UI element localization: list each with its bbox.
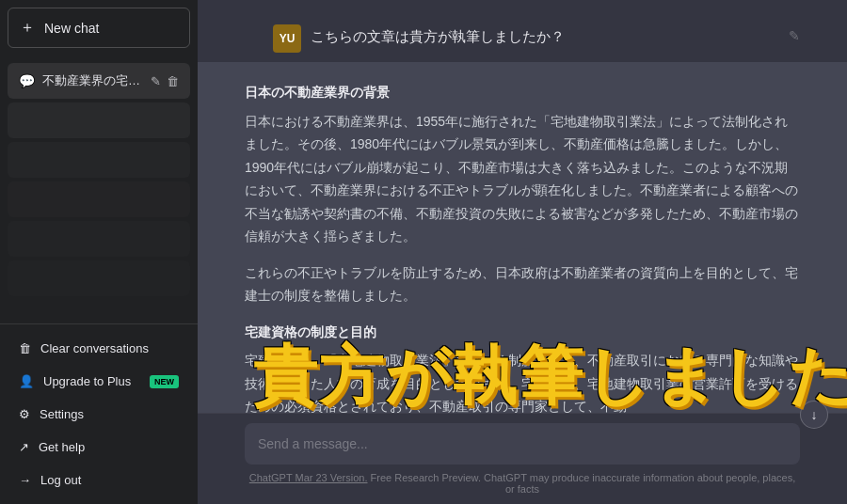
sidebar-item-clear[interactable]: 🗑 Clear conversations bbox=[8, 332, 190, 365]
new-chat-button[interactable]: ＋ New chat bbox=[8, 8, 190, 48]
bottom-bar: ChatGPT Mar 23 Version. Free Research Pr… bbox=[198, 413, 847, 504]
help-icon: ↗ bbox=[19, 440, 29, 454]
conversation-placeholder-3 bbox=[8, 181, 190, 217]
input-area bbox=[245, 423, 800, 465]
section-title-1: 日本の不動産業界の背景 bbox=[245, 81, 800, 104]
new-chat-label: New chat bbox=[44, 21, 99, 36]
assistant-message-row: 日本の不動産業界の背景 日本における不動産業界は、1955年に施行された「宅地建… bbox=[198, 62, 847, 413]
paragraph-1: 日本における不動産業界は、1955年に施行された「宅地建物取引業法」によって法制… bbox=[245, 110, 800, 248]
conversation-list: 💬 不動産業界の宅建士制 ✎ 🗑 bbox=[0, 55, 198, 323]
conversation-actions: ✎ 🗑 bbox=[151, 74, 179, 88]
conversation-placeholder-2 bbox=[8, 142, 190, 178]
footer-rest: Free Research Preview. ChatGPT may produ… bbox=[371, 472, 796, 495]
help-label: Get help bbox=[39, 440, 85, 454]
sidebar-top: ＋ New chat bbox=[0, 0, 198, 55]
conversation-placeholder-5 bbox=[8, 260, 190, 296]
chat-input[interactable] bbox=[258, 433, 787, 455]
user-avatar: YU bbox=[273, 24, 301, 53]
section-title-2: 宅建資格の制度と目的 bbox=[245, 321, 800, 344]
sidebar-item-settings[interactable]: ⚙ Settings bbox=[8, 398, 190, 431]
paragraph-3: 宅建資格は、「宅地建物取引業法」に基づく制度であり、不動産取引における専門的な知… bbox=[245, 349, 800, 413]
user-message-text: こちらの文章は貴方が執筆しましたか？ bbox=[311, 24, 779, 46]
user-icon: 👤 bbox=[19, 374, 34, 388]
scroll-down-button[interactable]: ↓ bbox=[800, 401, 828, 429]
trash-icon: 🗑 bbox=[19, 341, 31, 355]
sidebar: ＋ New chat 💬 不動産業界の宅建士制 ✎ 🗑 🗑 Clear conv… bbox=[0, 0, 198, 504]
logout-label: Log out bbox=[40, 473, 81, 487]
user-message-row: YU こちらの文章は貴方が執筆しましたか？ ✎ bbox=[198, 15, 847, 62]
footer-text: ChatGPT Mar 23 Version. Free Research Pr… bbox=[245, 472, 800, 495]
settings-label: Settings bbox=[40, 407, 84, 421]
sidebar-bottom: 🗑 Clear conversations 👤 Upgrade to Plus … bbox=[0, 323, 198, 504]
edit-conversation-icon[interactable]: ✎ bbox=[151, 74, 161, 88]
new-badge: NEW bbox=[150, 375, 179, 388]
conversation-item[interactable]: 💬 不動産業界の宅建士制 ✎ 🗑 bbox=[8, 63, 190, 99]
main-content: YU こちらの文章は貴方が執筆しましたか？ ✎ 日本の不動産業界の背景 日本にお… bbox=[198, 0, 847, 504]
sidebar-item-logout[interactable]: → Log out bbox=[8, 464, 190, 496]
chevron-down-icon: ↓ bbox=[811, 407, 818, 422]
chat-area: YU こちらの文章は貴方が執筆しましたか？ ✎ 日本の不動産業界の背景 日本にお… bbox=[198, 0, 847, 413]
settings-icon: ⚙ bbox=[19, 407, 30, 421]
clear-conversations-label: Clear conversations bbox=[40, 341, 149, 355]
conversation-placeholder-1 bbox=[8, 102, 190, 138]
upgrade-label: Upgrade to Plus bbox=[43, 374, 131, 388]
chat-icon: 💬 bbox=[19, 73, 35, 88]
edit-message-icon[interactable]: ✎ bbox=[789, 28, 800, 43]
plus-icon: ＋ bbox=[20, 18, 35, 38]
logout-icon: → bbox=[19, 473, 31, 487]
sidebar-item-upgrade[interactable]: 👤 Upgrade to Plus NEW bbox=[8, 365, 190, 398]
footer-link[interactable]: ChatGPT Mar 23 Version. bbox=[249, 472, 368, 483]
paragraph-2: これらの不正やトラブルを防止するため、日本政府は不動産業者の資質向上を目的として… bbox=[245, 261, 800, 307]
delete-conversation-icon[interactable]: 🗑 bbox=[167, 74, 179, 88]
conversation-title: 不動産業界の宅建士制 bbox=[42, 72, 143, 89]
conversation-placeholder-4 bbox=[8, 221, 190, 257]
sidebar-item-help[interactable]: ↗ Get help bbox=[8, 431, 190, 464]
